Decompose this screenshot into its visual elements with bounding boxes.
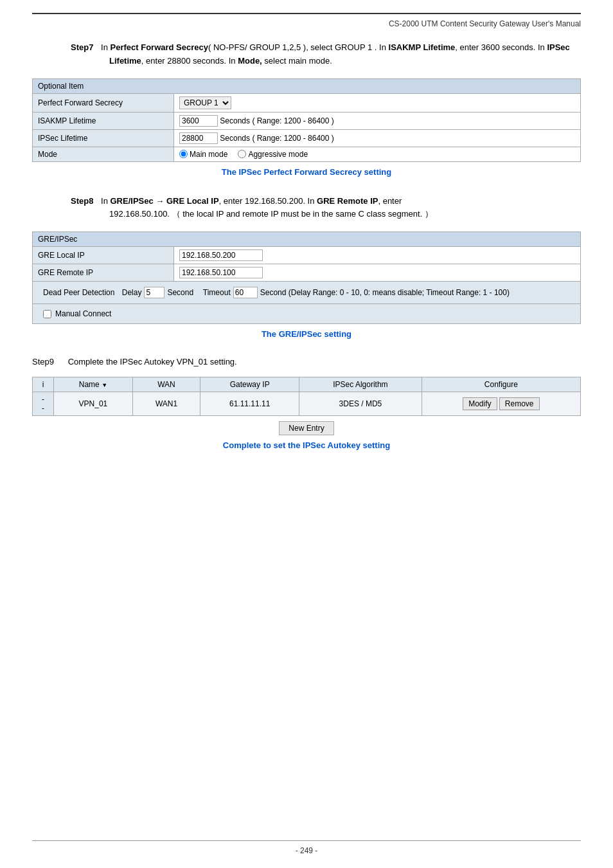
mode-radio-group: Main mode Aggressive mode <box>179 150 575 159</box>
step8-caption: The GRE/IPSec setting <box>32 329 581 339</box>
table-row: -- VPN_01 WAN1 61.11.11.11 3DES / MD5 Mo… <box>33 392 581 416</box>
aggressive-mode-radio[interactable] <box>238 150 246 158</box>
dpd-row: Dead Peer Detection Delay Second Timeout… <box>33 282 581 304</box>
gre-local-input[interactable] <box>179 249 263 261</box>
step7-bold1: Perfect Forward Secrecy <box>111 42 208 52</box>
step7-text2: ( NO-PFS/ GROUP 1,2,5 ), select GROUP 1 … <box>208 42 389 52</box>
optional-header: Optional Item <box>33 78 581 93</box>
remove-button[interactable]: Remove <box>499 397 540 410</box>
isakmp-unit: Seconds ( Range: 1200 - 86400 ) <box>220 116 333 125</box>
mode-label: Mode <box>33 147 174 161</box>
modify-button[interactable]: Modify <box>463 397 497 410</box>
gre-remote-label: GRE Remote IP <box>33 264 174 282</box>
row-gateway: 61.11.11.11 <box>200 392 299 416</box>
ipsec-lifetime-input[interactable] <box>179 132 218 144</box>
dpd-container: Dead Peer Detection Delay Second Timeout… <box>38 284 575 301</box>
row-configure: Modify Remove <box>422 392 580 416</box>
page-number: - 249 - <box>296 846 318 855</box>
ipsec-lifetime-unit: Seconds ( Range: 1200 - 86400 ) <box>220 134 333 143</box>
step7-caption: The IPSec Perfect Forward Secrecy settin… <box>32 167 581 177</box>
step7-text4: , enter 28800 seconds. In <box>141 56 238 66</box>
pfs-value[interactable]: GROUP 1 NO-PFS GROUP 2 GROUP 5 <box>174 93 581 112</box>
mode-value: Main mode Aggressive mode <box>174 147 581 161</box>
timeout-label: Timeout <box>203 288 231 297</box>
col-header-i: i <box>33 377 54 392</box>
step9-block: Step9 Complete the IPSec Autokey VPN_01 … <box>32 357 581 450</box>
delay-input[interactable] <box>144 287 164 298</box>
step8-bold2: GRE Remote IP <box>317 196 378 206</box>
manual-connect-label: Manual Connect <box>55 309 111 318</box>
main-mode-radio[interactable] <box>179 150 188 158</box>
ipsec-lifetime-label: IPSec Lifetime <box>33 129 174 147</box>
manual-connect-container: Manual Connect <box>38 307 575 321</box>
gre-remote-value <box>174 264 581 282</box>
step8-block: Step8 In GRE/IPSec → GRE Local IP, enter… <box>32 195 581 339</box>
new-entry-button[interactable]: New Entry <box>279 421 333 435</box>
step7-text1: In <box>101 42 110 52</box>
step7-bold4: Mode, <box>238 56 262 66</box>
manual-connect-checkbox[interactable] <box>43 310 51 318</box>
timeout-input[interactable] <box>233 287 258 298</box>
gre-local-label: GRE Local IP <box>33 247 174 264</box>
isakmp-input[interactable] <box>179 115 218 127</box>
step9-text-block: Step9 Complete the IPSec Autokey VPN_01 … <box>32 357 581 366</box>
step8-text2: , enter 192.168.50.200. In <box>219 196 317 206</box>
aggressive-mode-option[interactable]: Aggressive mode <box>238 150 308 159</box>
col-header-name: Name ▼ <box>54 377 133 392</box>
second-label: Second <box>167 288 193 297</box>
gre-local-value <box>174 247 581 264</box>
vpn-table-section: i Name ▼ WAN Gateway IP IPSec Algorithm … <box>32 377 581 450</box>
pfs-select[interactable]: GROUP 1 NO-PFS GROUP 2 GROUP 5 <box>179 96 231 109</box>
ipsec-lifetime-value: Seconds ( Range: 1200 - 86400 ) <box>174 129 581 147</box>
step7-text5: select main mode. <box>262 56 332 66</box>
dpd-hint: Second (Delay Range: 0 - 10, 0: means di… <box>260 288 510 297</box>
col-header-configure: Configure <box>422 377 580 392</box>
step8-text4: 192.168.50.100. （ the local IP and remot… <box>109 209 433 219</box>
row-wan: WAN1 <box>132 392 200 416</box>
manual-row: Manual Connect <box>33 304 581 324</box>
col-header-wan: WAN <box>132 377 200 392</box>
page-footer: - 249 - <box>32 840 581 855</box>
delay-label: Delay <box>122 288 142 297</box>
isakmp-label: ISAKMP Lifetime <box>33 112 174 129</box>
page-header: CS-2000 UTM Content Security Gateway Use… <box>32 13 581 28</box>
col-header-ipsec: IPSec Algorithm <box>299 377 422 392</box>
header-title: CS-2000 UTM Content Security Gateway Use… <box>389 19 581 28</box>
step8-label: Step8 <box>71 196 93 206</box>
gre-header: GRE/IPSec <box>33 232 581 247</box>
step8-text3: , enter <box>378 196 402 206</box>
pfs-label: Perfect Forward Secrecy <box>33 93 174 112</box>
row-ipsec: 3DES / MD5 <box>299 392 422 416</box>
main-mode-label: Main mode <box>190 150 227 159</box>
gre-ipsec-table: GRE/IPSec GRE Local IP GRE Remote IP Dea… <box>32 231 581 324</box>
gre-remote-input[interactable] <box>179 267 263 278</box>
page-container: CS-2000 UTM Content Security Gateway Use… <box>0 0 613 868</box>
row-name: VPN_01 <box>54 392 133 416</box>
vpn-table: i Name ▼ WAN Gateway IP IPSec Algorithm … <box>32 377 581 416</box>
row-i: -- <box>33 392 54 416</box>
aggressive-mode-label: Aggressive mode <box>248 150 308 159</box>
step9-label: Step9 <box>32 357 54 366</box>
step9-text: Complete the IPSec Autokey VPN_01 settin… <box>68 357 237 366</box>
step8-text: Step8 In GRE/IPSec → GRE Local IP, enter… <box>32 195 581 222</box>
sort-icon: ▼ <box>102 382 107 388</box>
col-header-gateway: Gateway IP <box>200 377 299 392</box>
dpd-label: Dead Peer Detection <box>43 288 114 297</box>
step8-text1: In <box>101 196 110 206</box>
step7-text: Step7 In Perfect Forward Secrecy( NO-PFS… <box>32 41 581 68</box>
step7-block: Step7 In Perfect Forward Secrecy( NO-PFS… <box>32 41 581 177</box>
main-mode-option[interactable]: Main mode <box>179 150 227 159</box>
optional-item-table: Optional Item Perfect Forward Secrecy GR… <box>32 78 581 162</box>
isakmp-value: Seconds ( Range: 1200 - 86400 ) <box>174 112 581 129</box>
step7-text3: , enter 3600 seconds. In <box>455 42 547 52</box>
step7-label: Step7 <box>71 42 93 52</box>
step9-caption: Complete to set the IPSec Autokey settin… <box>32 440 581 450</box>
step7-bold2: ISAKMP Lifetime <box>389 42 456 52</box>
step8-bold1: GRE/IPSec → GRE Local IP <box>111 196 219 206</box>
new-entry-row: New Entry <box>32 421 581 435</box>
